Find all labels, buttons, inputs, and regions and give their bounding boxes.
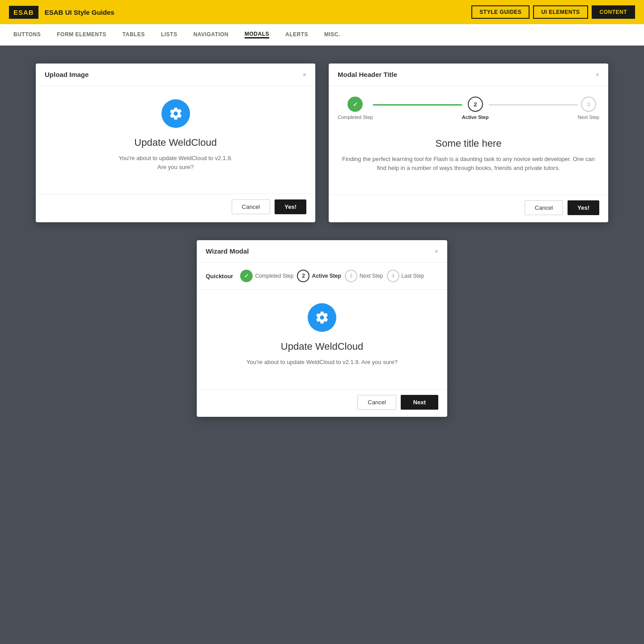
- wizard-step-label-2: Active Step: [312, 273, 341, 279]
- stepper-label-2: Active Step: [462, 114, 489, 120]
- modal2-body: Some title here Finding the perfect lear…: [329, 124, 608, 195]
- wizard-close-button[interactable]: ×: [435, 248, 438, 254]
- stepper-step-1: ✓ Completed Step: [338, 97, 373, 120]
- nav-buttons: STYLE GUIDES UI ELEMENTS CONTENT: [471, 5, 635, 19]
- modal2-content-text: Finding the perfect learning tool for Fl…: [338, 155, 599, 172]
- subnav-buttons[interactable]: BUTTONS: [13, 31, 41, 38]
- wizard-check-icon: ✓: [244, 273, 249, 279]
- logo-box: ESAB: [9, 6, 38, 19]
- modal1-close-button[interactable]: ×: [303, 72, 306, 78]
- modal1-header: Upload Image ×: [36, 64, 315, 86]
- subnav-tables[interactable]: TABLES: [123, 31, 145, 38]
- wizard-steps-row: Quicktour ✓ Completed Step 2 Active Step…: [197, 263, 447, 290]
- modal1-title: Upload Image: [45, 71, 89, 78]
- wizard-title: Wizard Modal: [206, 247, 249, 255]
- wizard-step-circle-1: ✓: [240, 270, 253, 282]
- wizard-step-circle-3: 3: [345, 270, 357, 282]
- wizard-step-3: 3 Next Step: [345, 270, 383, 282]
- sub-nav: BUTTONS FORM ELEMENTS TABLES LISTS NAVIG…: [0, 24, 644, 46]
- modal1-content-text: You're about to update WeldCloud to v2.1…: [45, 154, 306, 171]
- modal1-body: Update WeldCloud You're about to update …: [36, 86, 315, 194]
- wizard-step-label-3: Next Step: [360, 273, 383, 279]
- wizard-modal: Wizard Modal × Quicktour ✓ Completed Ste…: [197, 240, 447, 417]
- wizard-footer: Cancel Next: [197, 389, 447, 417]
- top-nav: ESAB ESAB UI Style Guides STYLE GUIDES U…: [0, 0, 644, 24]
- wizard-gear-icon: [315, 310, 329, 325]
- wizard-step-2: 2 Active Step: [297, 270, 341, 282]
- subnav-lists[interactable]: LISTS: [161, 31, 178, 38]
- modal-header-title-modal: Modal Header Title × ✓ Completed Step 2 …: [329, 64, 608, 222]
- upload-image-modal: Upload Image × Update WeldCloud You're a…: [36, 64, 315, 222]
- subnav-navigation[interactable]: NAVIGATION: [193, 31, 229, 38]
- stepper-label-1: Completed Step: [338, 114, 373, 120]
- wizard-step-circle-4: 4: [387, 270, 399, 282]
- modal2-title: Modal Header Title: [338, 71, 397, 78]
- modals-row-1: Upload Image × Update WeldCloud You're a…: [36, 64, 608, 222]
- wizard-quicktour-label: Quicktour: [206, 273, 233, 280]
- modal1-yes-button[interactable]: Yes!: [275, 199, 306, 214]
- subnav-modals[interactable]: MODALS: [245, 31, 269, 38]
- stepper-circle-3: 3: [581, 97, 596, 112]
- subnav-form-elements[interactable]: FORM ELEMENTS: [57, 31, 106, 38]
- logo-text: ESAB: [13, 8, 34, 16]
- modal1-icon: [161, 99, 190, 128]
- modal2-yes-button[interactable]: Yes!: [568, 200, 599, 215]
- app-title: ESAB UI Style Guides: [45, 8, 472, 16]
- wizard-content-title: Update WeldCloud: [206, 341, 438, 352]
- wizard-step-label-1: Completed Step: [255, 273, 293, 279]
- stepper-step-2: 2 Active Step: [462, 97, 489, 120]
- modal2-cancel-button[interactable]: Cancel: [525, 200, 563, 215]
- wizard-content-text: You're about to update WeldCloud to v2.1…: [206, 358, 438, 367]
- wizard-step-label-4: Last Step: [402, 273, 424, 279]
- wizard-next-button[interactable]: Next: [401, 395, 438, 410]
- modal1-cancel-button[interactable]: Cancel: [232, 199, 270, 214]
- wizard-body: Update WeldCloud You're about to update …: [197, 290, 447, 389]
- modal2-close-button[interactable]: ×: [596, 72, 599, 78]
- modal2-header: Modal Header Title ×: [329, 64, 608, 86]
- wizard-cancel-button[interactable]: Cancel: [357, 395, 396, 410]
- ui-elements-button[interactable]: UI ELEMENTS: [533, 5, 588, 19]
- modal2-stepper: ✓ Completed Step 2 Active Step 3 Next St…: [329, 86, 608, 124]
- content-button[interactable]: CONTENT: [592, 5, 636, 19]
- wizard-icon: [308, 303, 336, 332]
- stepper-step-3: 3 Next Step: [578, 97, 599, 120]
- modal1-footer: Cancel Yes!: [36, 194, 315, 221]
- stepper-line-2: [489, 104, 578, 106]
- modal2-footer: Cancel Yes!: [329, 195, 608, 222]
- stepper-circle-1: ✓: [347, 97, 363, 112]
- wizard-header: Wizard Modal ×: [197, 240, 447, 263]
- wizard-step-circle-2: 2: [297, 270, 309, 282]
- modal1-content-title: Update WeldCloud: [45, 137, 306, 148]
- wizard-step-4: 4 Last Step: [387, 270, 424, 282]
- stepper-label-3: Next Step: [578, 114, 599, 120]
- checkmark-icon: ✓: [353, 101, 358, 108]
- wizard-step-1: ✓ Completed Step: [240, 270, 293, 282]
- style-guides-button[interactable]: STYLE GUIDES: [471, 5, 530, 19]
- modal2-content-title: Some title here: [338, 138, 599, 149]
- stepper-line-1: [373, 104, 462, 106]
- subnav-alerts[interactable]: ALERTS: [285, 31, 308, 38]
- stepper-circle-2: 2: [468, 97, 483, 112]
- subnav-misc[interactable]: MISC.: [324, 31, 340, 38]
- gear-icon: [169, 106, 183, 121]
- main-content: Upload Image × Update WeldCloud You're a…: [0, 46, 644, 435]
